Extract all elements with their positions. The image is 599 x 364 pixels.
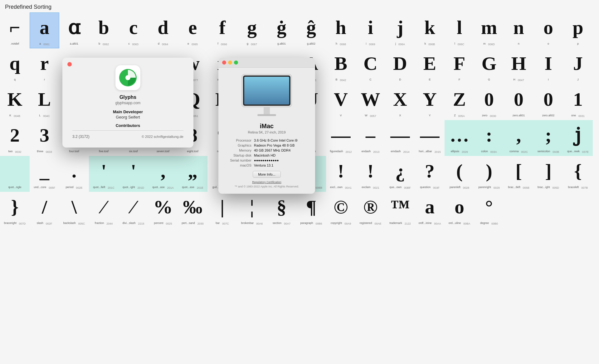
glyph-cell[interactable]: ee0065 [178,12,207,48]
glyph-cell[interactable]: 0zero.alt02 [533,84,563,120]
glyph-cell[interactable]: ZZ005A [445,84,474,120]
glyph-character: ? [425,156,435,186]
glyph-cell[interactable]: VV [326,84,356,120]
modal-close-button[interactable] [67,62,72,66]
glyph-cell[interactable]: 2two0032 [0,120,30,156]
glyph-cell[interactable]: LL004C [30,84,59,120]
glyph-cell[interactable]: ‚quot...ase201A [148,156,178,192]
glyph-cell[interactable]: (parenleft0028 [445,156,474,192]
glyph-cell[interactable]: !exclam0021 [356,156,385,192]
glyph-cell[interactable]: JJ [563,48,593,84]
glyph-cell[interactable]: cc0063 [119,12,148,48]
glyph-character: ] [545,156,552,186]
glyph-cell[interactable]: )parenright0029 [474,156,504,192]
glyph-cell[interactable]: 3three0033 [30,120,59,156]
glyph-cell[interactable]: GG [474,48,504,84]
glyph-cell[interactable]: oo [533,12,563,48]
glyph-cell[interactable]: /slash002F [30,192,59,228]
glyph-cell[interactable]: aa0061 [30,12,59,48]
glyph-cell[interactable]: FF [445,48,474,84]
glyph-cell[interactable]: YY [415,84,445,120]
glyph-cell[interactable]: ?question003F [415,156,445,192]
glyph-cell[interactable]: —hori...albar2015 [415,120,445,156]
glyph-cell[interactable]: rr [30,48,59,84]
glyph-cell[interactable]: ©copyright00A9 [326,192,356,228]
glyph-cell[interactable]: dd0064 [148,12,178,48]
glyph-cell[interactable]: ∕divi...slash2215 [119,192,148,228]
glyph-cell[interactable]: bb0062 [89,12,119,48]
glyph-cell[interactable]: ϳque...reek037E [563,120,593,156]
glyph-cell[interactable]: ff0066 [207,12,237,48]
glyph-cell[interactable]: —figuredash2012 [326,120,356,156]
glyph-cell[interactable]: ‰pert...sand2030 [178,192,207,228]
glyph-cell[interactable]: ,comma002C [504,120,533,156]
glyph-cell[interactable]: II [533,48,563,84]
glyph-cell[interactable]: ġg.alt01 [267,12,296,48]
glyph-cell[interactable]: jj006A [385,12,415,48]
glyph-cell[interactable]: pp [563,12,593,48]
glyph-cell[interactable]: ĝg.alt02 [296,12,326,48]
glyph-cell[interactable]: §section00A7 [267,192,296,228]
more-info-button[interactable]: More Info... [253,171,281,178]
glyph-cell[interactable]: oord...uline00BA [445,192,474,228]
glyph-cell[interactable]: qq [0,48,30,84]
glyph-cell[interactable]: _und...core005F [30,156,59,192]
glyph-cell[interactable]: 'quot...ight201D [119,156,148,192]
glyph-code: 006C [458,43,465,46]
glyph-cell[interactable]: …ellipsis2026 [445,120,474,156]
glyph-cell[interactable]: CC [356,48,385,84]
glyph-cell[interactable]: ⁄fraction2044 [89,192,119,228]
specs-table: Processor3.6 GHz 8-Core Intel Core i9Gra… [218,138,315,167]
glyph-cell[interactable]: —emdash2014 [385,120,415,156]
glyph-cell[interactable]: °degree00B0 [474,192,504,228]
minimize-traffic-light[interactable] [228,61,232,65]
glyph-cell[interactable]: ɑa.alt01 [59,12,89,48]
glyph-cell[interactable]: nn [504,12,533,48]
glyph-cell[interactable]: ¿que...own00BF [385,156,415,192]
glyph-character: 3 [40,120,49,150]
glyph-cell[interactable]: :colon003A [474,120,504,156]
glyph-cell[interactable]: EE [415,48,445,84]
glyph-label: m [483,42,486,46]
glyph-cell[interactable]: 1one0031 [563,84,593,120]
glyph-cell[interactable]: 'quot...lleft201C [89,156,119,192]
glyph-cell[interactable]: ]brac...ight005D [533,156,563,192]
glyph-cell[interactable]: ¦brokenbar00A6 [237,192,267,228]
glyph-cell[interactable]: |bar007C [207,192,237,228]
glyph-cell[interactable]: ™trademark2122 [385,192,415,228]
glyph-cell[interactable]: ¶paragraph00B6 [296,192,326,228]
glyph-cell[interactable]: .period002E [59,156,89,192]
glyph-cell[interactable]: BB0042 [326,48,356,84]
glyph-cell[interactable]: ii0069 [356,12,385,48]
close-traffic-light[interactable] [222,61,226,65]
glyph-cell[interactable]: {braceleft007B [563,156,593,192]
glyph-cell[interactable]: WW0057 [356,84,385,120]
glyph-cell[interactable]: 0zero.alt01 [504,84,533,120]
regulatory-link[interactable]: Regulatory Certification [218,180,315,185]
glyph-cell[interactable]: –endash2013 [356,120,385,156]
glyph-cell[interactable]: [brac...tleft005B [504,156,533,192]
glyph-cell[interactable]: „quot...ase201E [178,156,207,192]
glyph-cell[interactable]: DD [385,48,415,84]
glyph-cell[interactable]: }braceright007D [0,192,30,228]
glyph-cell[interactable]: gg0067 [237,12,267,48]
glyph-cell[interactable]: %percent0025 [148,192,178,228]
glyph-cell[interactable]: ll006C [445,12,474,48]
glyph-cell[interactable]: aordf...inine00AA [415,192,445,228]
spec-value: 3.6 GHz 8-Core Intel Core i9 [254,138,310,142]
maximize-traffic-light[interactable] [234,61,238,65]
glyph-cell[interactable]: KK004B [0,84,30,120]
glyph-cell[interactable]: XX [385,84,415,120]
glyph-cell[interactable]: mm006D [474,12,504,48]
glyph-cell[interactable]: 0zero0030 [474,84,504,120]
glyph-cell[interactable]: ®registered00AE [356,192,385,228]
glyph-cell[interactable]: ;semicolon003B [533,120,563,156]
glyph-cell[interactable]: kk006B [415,12,445,48]
glyph-cell[interactable]: \backslash005C [59,192,89,228]
glyph-cell[interactable]: HH0047 [504,48,533,84]
glyph-cell[interactable]: !excl...own00A1 [326,156,356,192]
glyph-cell[interactable]: hh0068 [326,12,356,48]
glyph-cell[interactable]: ⌐.notdef [0,12,30,48]
glyph-cell[interactable]: quot...ngle [0,156,30,192]
glyph-code: 007D [19,222,26,225]
